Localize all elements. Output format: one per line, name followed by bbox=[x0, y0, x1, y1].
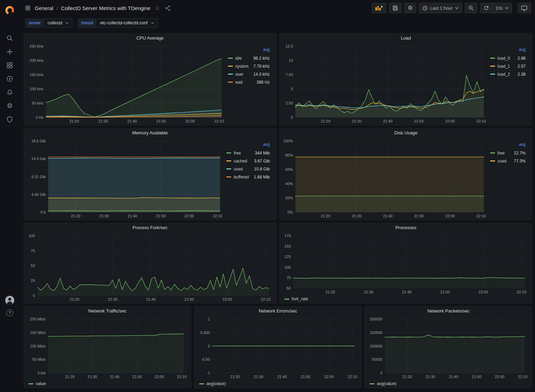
legend-item-load_0[interactable]: load_02.86 bbox=[490, 54, 526, 62]
panel-title[interactable]: Processes bbox=[280, 223, 532, 232]
svg-text:125: 125 bbox=[284, 255, 291, 259]
series-color-swatch bbox=[226, 168, 231, 170]
svg-text:21:30: 21:30 bbox=[426, 375, 436, 379]
refresh-button[interactable] bbox=[480, 3, 492, 13]
panel-memory-available: Memory Available 18.6 Gib14.0 Gib9.31 Gi… bbox=[24, 128, 276, 220]
svg-text:75: 75 bbox=[286, 276, 291, 280]
panel-disk-usage: Disk Usage 100%80%60%40%20%0%21:2021:302… bbox=[279, 128, 532, 220]
panel-title[interactable]: Process Fork/sec bbox=[24, 223, 276, 232]
disk-usage-chart[interactable]: 100%80%60%40%20%0%21:2021:3021:4021:5022… bbox=[283, 137, 488, 219]
legend-item-used[interactable]: used77.3% bbox=[490, 157, 526, 165]
legend-item-free[interactable]: free344 Mib bbox=[226, 149, 270, 157]
svg-text:21:40: 21:40 bbox=[383, 214, 393, 218]
legend-item-system[interactable]: system7.79 kHz bbox=[228, 62, 270, 70]
process-fork-chart[interactable]: 100755025021:2021:3021:4021:5022:0022:10 bbox=[27, 232, 273, 302]
series-color-swatch bbox=[226, 152, 231, 154]
sidebar-item-explore[interactable] bbox=[0, 72, 19, 85]
svg-text:21:40: 21:40 bbox=[449, 375, 459, 379]
gear-icon: ⚙ bbox=[7, 102, 13, 109]
legend-item-fork_rate[interactable]: fork_rate bbox=[284, 297, 308, 301]
sidebar-item-configuration[interactable]: ⚙ bbox=[0, 99, 19, 112]
svg-text:50 Mb/s: 50 Mb/s bbox=[32, 357, 46, 361]
help-icon: ? bbox=[6, 309, 13, 316]
panel-title[interactable]: Memory Available bbox=[24, 128, 276, 137]
refresh-interval-button[interactable]: 10s bbox=[492, 3, 512, 13]
sidebar-item-search[interactable] bbox=[0, 31, 19, 45]
panel-title[interactable]: Load bbox=[280, 34, 532, 43]
legend-item-wait[interactable]: wait386 Hz bbox=[228, 78, 270, 86]
svg-text:14.0 Gib: 14.0 Gib bbox=[31, 157, 46, 161]
refresh-icon bbox=[484, 6, 489, 11]
network-traffic-chart[interactable]: 200 Mb/s150 Mb/s100 Mb/s50 Mb/s0 b/s21:2… bbox=[27, 316, 188, 380]
variable-mount-dropdown[interactable]: etc-collectd-collectd.conf bbox=[97, 18, 158, 28]
memory-available-chart[interactable]: 18.6 Gib14.0 Gib9.31 Gib4.66 Gib0 b21:20… bbox=[27, 137, 224, 219]
svg-text:21:30: 21:30 bbox=[98, 119, 108, 123]
svg-text:21:50: 21:50 bbox=[301, 375, 310, 379]
share-button[interactable] bbox=[164, 5, 171, 12]
panel-title[interactable]: Network Errors/sec bbox=[195, 307, 362, 316]
zoom-out-button[interactable] bbox=[465, 3, 477, 13]
favorite-star-button[interactable]: ☆ bbox=[154, 5, 161, 12]
svg-text:175: 175 bbox=[284, 234, 291, 238]
legend-item-free[interactable]: free22.7% bbox=[490, 149, 526, 157]
svg-text:1: 1 bbox=[208, 317, 210, 321]
sidebar-item-help[interactable]: ? bbox=[6, 309, 13, 316]
legend-item-avg(value)[interactable]: avg(value) bbox=[199, 381, 226, 386]
sidebar-item-dashboards[interactable] bbox=[0, 58, 19, 72]
svg-text:21:40: 21:40 bbox=[383, 119, 393, 123]
load-chart[interactable]: 12.5107.5052.50021:2021:3021:4021:5022:0… bbox=[283, 43, 488, 124]
breadcrumb-separator: / bbox=[56, 5, 58, 11]
svg-text:21:40: 21:40 bbox=[127, 119, 137, 123]
chevron-down-icon bbox=[151, 22, 154, 24]
sidebar-item-create[interactable] bbox=[0, 45, 19, 58]
legend-item-load_2[interactable]: load_22.38 bbox=[490, 70, 526, 78]
variable-server-dropdown[interactable]: collectd bbox=[44, 18, 72, 28]
legend-item-avg(value)[interactable]: avg(value) bbox=[370, 381, 396, 386]
legend-item-value[interactable]: value bbox=[29, 381, 46, 386]
svg-text:21:20: 21:20 bbox=[71, 214, 81, 218]
svg-text:22:10: 22:10 bbox=[261, 297, 270, 301]
svg-text:22:10: 22:10 bbox=[213, 214, 222, 218]
svg-text:21:40: 21:40 bbox=[402, 290, 412, 294]
save-dashboard-button[interactable] bbox=[389, 3, 402, 13]
processes-legend: fork_rate bbox=[280, 296, 532, 303]
panel-title[interactable]: Disk Usage bbox=[280, 128, 532, 137]
dashboards-grid-icon bbox=[6, 62, 13, 69]
svg-text:21:50: 21:50 bbox=[414, 119, 424, 123]
network-errors-chart[interactable]: 10.5000-0.50-121:2021:3021:4021:5022:002… bbox=[197, 316, 359, 380]
svg-text:100: 100 bbox=[284, 265, 291, 269]
shield-icon bbox=[6, 116, 13, 123]
dashboard-settings-button[interactable]: ⚙ bbox=[404, 3, 416, 13]
svg-text:50 kHz: 50 kHz bbox=[32, 101, 43, 105]
breadcrumb-folder[interactable]: General bbox=[35, 5, 53, 11]
legend-item-buffered[interactable]: buffered1.68 Mib bbox=[226, 173, 270, 181]
sidebar-item-server-admin[interactable] bbox=[0, 112, 19, 126]
processes-chart[interactable]: 175150125100755021:2021:3021:4021:5022:0… bbox=[283, 232, 529, 295]
panel-title[interactable]: CPU Average bbox=[24, 34, 276, 43]
add-panel-button[interactable] bbox=[372, 3, 386, 13]
network-packets-chart[interactable]: 20000015000010000050000021:2021:3021:402… bbox=[368, 316, 529, 380]
panel-process-fork: Process Fork/sec 100755025021:2021:3021:… bbox=[24, 223, 276, 303]
legend-item-load_1[interactable]: load_12.57 bbox=[490, 62, 526, 70]
panel-title[interactable]: Network Packets/sec bbox=[365, 307, 532, 316]
sidebar-item-alerting[interactable] bbox=[0, 85, 19, 99]
legend-item-used[interactable]: used10.8 Gib bbox=[226, 165, 270, 173]
panel-title[interactable]: Network Traffic/sec bbox=[24, 307, 191, 316]
svg-text:20%: 20% bbox=[285, 196, 293, 200]
load-legend: avgload_02.86load_12.57load_22.38 bbox=[488, 43, 529, 124]
user-avatar[interactable] bbox=[5, 296, 14, 305]
legend-avg-header: avg bbox=[228, 47, 270, 54]
svg-text:22:00: 22:00 bbox=[445, 119, 455, 123]
legend-item-idle[interactable]: idle96.2 kHz bbox=[228, 54, 270, 62]
time-range-button[interactable]: Last 1 hour bbox=[419, 3, 462, 13]
breadcrumb-dashboard-title[interactable]: CollectD Server Metrics with TDengine bbox=[61, 5, 151, 11]
disk-usage-legend: avgfree22.7%used77.3% bbox=[488, 137, 529, 219]
grafana-logo[interactable] bbox=[0, 3, 19, 17]
svg-text:21:40: 21:40 bbox=[128, 214, 137, 218]
legend-item-user[interactable]: user14.3 kHz bbox=[228, 70, 270, 78]
cycle-view-button[interactable] bbox=[518, 3, 531, 13]
cpu-average-chart[interactable]: 250 kHz200 kHz150 kHz100 kHz50 kHz0 Hz21… bbox=[27, 43, 226, 124]
svg-text:21:50: 21:50 bbox=[184, 297, 194, 301]
svg-text:21:30: 21:30 bbox=[108, 297, 117, 301]
legend-item-cached[interactable]: cached3.67 Gib bbox=[226, 157, 270, 165]
